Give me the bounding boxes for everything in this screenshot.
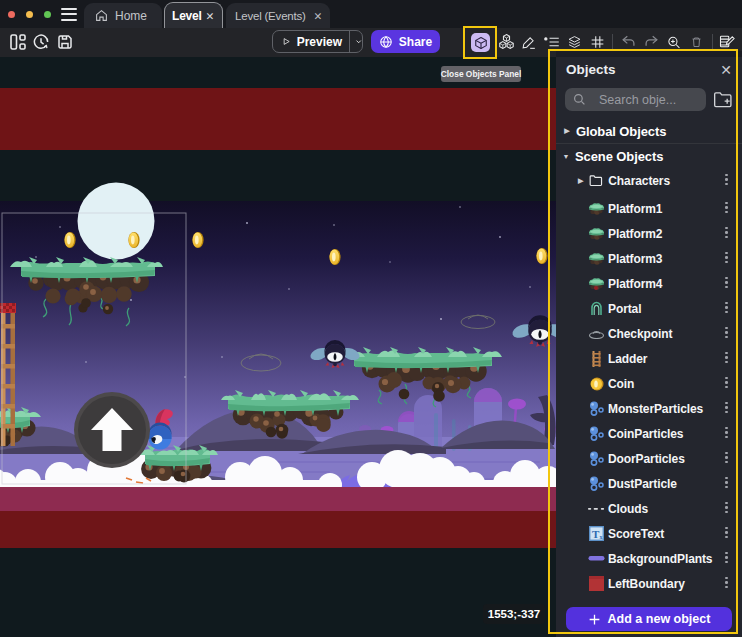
svg-text:x: x (600, 534, 603, 540)
